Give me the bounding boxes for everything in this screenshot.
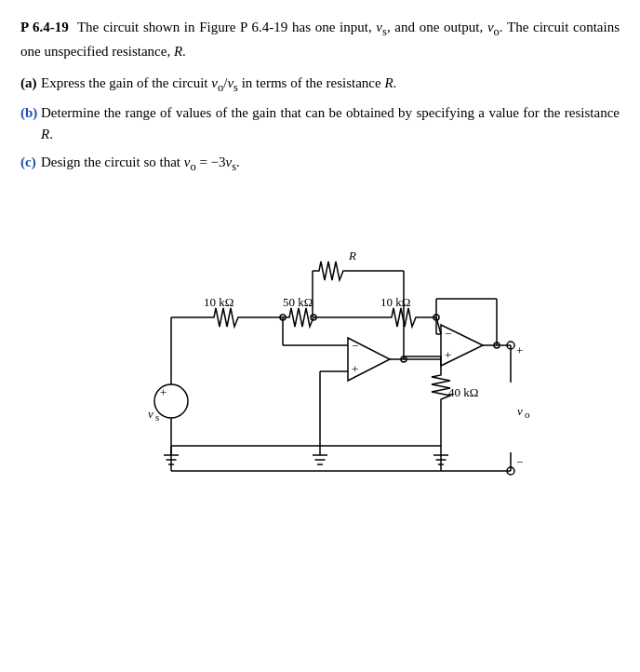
- svg-text:10 kΩ: 10 kΩ: [204, 295, 233, 309]
- svg-text:o: o: [525, 409, 530, 420]
- svg-text:+: +: [445, 348, 451, 362]
- svg-text:+: +: [516, 343, 523, 357]
- part-a-label: (a): [20, 73, 41, 97]
- part-b: (b) Determine the range of values of the…: [20, 102, 620, 146]
- part-a: (a) Express the gain of the circuit vo/v…: [20, 73, 620, 97]
- part-c-label: (c): [20, 152, 41, 176]
- part-b-label: (b): [20, 102, 41, 146]
- svg-text:R: R: [348, 249, 356, 262]
- problem-intro: P 6.4-19 The circuit shown in Figure P 6…: [20, 17, 620, 63]
- part-c-text: Design the circuit so that vo = −3vs.: [41, 152, 620, 176]
- circuit-diagram: line, path, polyline, rect, circle { str…: [20, 196, 620, 485]
- part-b-text: Determine the range of values of the gai…: [41, 102, 620, 146]
- part-c: (c) Design the circuit so that vo = −3vs…: [20, 152, 620, 176]
- problem-id: P 6.4-19: [20, 20, 69, 34]
- svg-text:v: v: [517, 404, 523, 418]
- svg-text:v: v: [148, 407, 153, 421]
- svg-text:−: −: [352, 339, 358, 353]
- svg-text:s: s: [155, 411, 159, 423]
- svg-text:−: −: [445, 327, 451, 341]
- svg-text:+: +: [160, 385, 167, 399]
- svg-text:+: +: [352, 362, 358, 376]
- svg-text:50 kΩ: 50 kΩ: [283, 295, 313, 309]
- svg-text:10 kΩ: 10 kΩ: [380, 295, 410, 309]
- part-a-text: Express the gain of the circuit vo/vs in…: [41, 73, 620, 97]
- svg-text:−: −: [516, 455, 523, 469]
- problem-container: P 6.4-19 The circuit shown in Figure P 6…: [20, 17, 620, 176]
- svg-text:40 kΩ: 40 kΩ: [448, 385, 478, 399]
